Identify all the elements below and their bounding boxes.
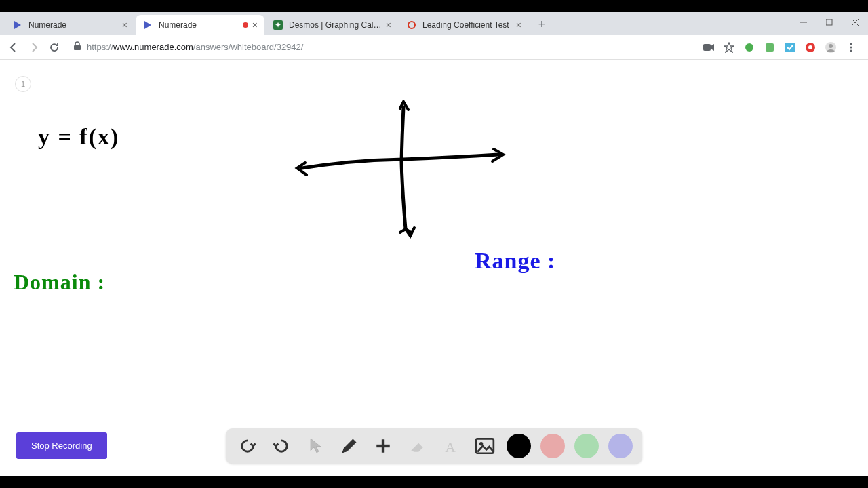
numerade-favicon [142, 20, 153, 30]
svg-rect-8 [785, 43, 795, 52]
svg-rect-5 [703, 44, 711, 51]
svg-point-6 [745, 43, 753, 52]
close-icon[interactable]: × [122, 20, 127, 30]
star-icon[interactable] [723, 41, 735, 54]
svg-rect-4 [74, 45, 81, 50]
tab-desmos[interactable]: ✦ Desmos | Graphing Calculator × [266, 15, 398, 35]
eraser-tool[interactable] [405, 434, 429, 458]
back-button[interactable] [5, 39, 22, 56]
close-icon[interactable]: × [252, 20, 258, 30]
extension-green-icon[interactable] [743, 41, 755, 54]
tab-numerade-2-active[interactable]: Numerade × [136, 15, 264, 35]
svg-text:A: A [445, 439, 456, 455]
extension-shield-icon[interactable] [764, 41, 776, 54]
color-pink[interactable] [540, 434, 565, 458]
new-tab-button[interactable]: + [532, 15, 551, 34]
tab-title: Numerade [159, 20, 239, 30]
color-black[interactable] [507, 434, 531, 458]
svg-rect-1 [826, 19, 832, 25]
close-icon[interactable]: × [386, 20, 391, 30]
url-input[interactable]: https://www.numerade.com/answers/whitebo… [66, 38, 698, 57]
url-text: https://www.numerade.com/answers/whitebo… [87, 42, 303, 52]
extension-red-icon[interactable] [804, 41, 816, 54]
image-tool[interactable] [473, 434, 497, 458]
close-window-button[interactable] [842, 12, 868, 33]
recording-indicator-icon [243, 22, 248, 28]
whiteboard-toolbar: A [226, 428, 642, 464]
reload-button[interactable] [46, 39, 62, 56]
numerade-favicon [12, 20, 23, 30]
canvas[interactable]: y = f(x) Domain : Range : [0, 60, 868, 476]
add-tool[interactable] [371, 434, 395, 458]
extension-area [703, 41, 863, 54]
text-tool[interactable]: A [439, 434, 463, 458]
close-icon[interactable]: × [516, 20, 521, 30]
tab-title: Desmos | Graphing Calculator [289, 20, 382, 30]
equation-text: y = f(x) [38, 124, 119, 150]
color-purple[interactable] [608, 434, 633, 458]
tab-title: Numerade [28, 20, 118, 30]
svg-point-13 [850, 43, 852, 45]
tab-title: Leading Coefficient Test [422, 20, 512, 30]
svg-point-10 [808, 45, 812, 49]
range-label: Range : [475, 248, 555, 274]
pointer-tool[interactable] [303, 434, 328, 458]
address-bar: https://www.numerade.com/answers/whitebo… [0, 35, 868, 60]
tab-bar: Numerade × Numerade × ✦ Desmos | Graphin… [0, 12, 868, 35]
maximize-button[interactable] [816, 12, 842, 33]
camera-icon[interactable] [703, 41, 715, 54]
svg-point-15 [850, 49, 852, 52]
menu-icon[interactable] [845, 41, 857, 54]
tab-numerade-1[interactable]: Numerade × [5, 15, 134, 35]
extension-check-icon[interactable] [784, 41, 796, 54]
tab-leading-coefficient[interactable]: Leading Coefficient Test × [399, 15, 528, 35]
stop-recording-button[interactable]: Stop Recording [16, 432, 107, 459]
minimize-button[interactable] [791, 12, 816, 33]
color-green[interactable] [574, 434, 599, 458]
svg-point-14 [850, 46, 852, 48]
desmos-favicon: ✦ [273, 20, 283, 30]
domain-label: Domain : [14, 270, 105, 295]
axes-drawing [292, 100, 515, 243]
redo-button[interactable] [269, 434, 294, 458]
profile-avatar-icon[interactable] [825, 41, 837, 54]
pen-tool[interactable] [337, 434, 361, 458]
svg-rect-7 [766, 43, 774, 52]
lock-icon [73, 41, 81, 53]
whiteboard-content[interactable]: 1 y = f(x) Domain : Range : Stop Recordi… [0, 60, 868, 476]
svg-point-12 [829, 44, 833, 48]
undo-button[interactable] [235, 434, 260, 458]
forward-button[interactable] [26, 39, 42, 56]
target-favicon [406, 20, 417, 30]
